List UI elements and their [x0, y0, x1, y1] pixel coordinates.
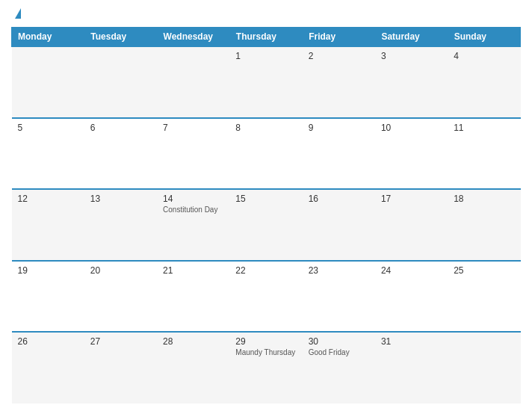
weekday-header: Thursday — [229, 28, 302, 47]
calendar-cell: 19 — [12, 261, 84, 333]
day-number: 14 — [163, 194, 223, 204]
calendar-cell: 30Good Friday — [303, 332, 375, 404]
day-number: 10 — [381, 123, 442, 133]
calendar-cell: 22 — [229, 261, 302, 333]
day-number: 16 — [309, 194, 369, 204]
calendar-table: MondayTuesdayWednesdayThursdayFridaySatu… — [11, 27, 521, 404]
calendar-cell: 4 — [448, 46, 520, 118]
weekday-header: Sunday — [448, 28, 520, 47]
day-number: 25 — [454, 265, 514, 276]
day-number: 8 — [235, 123, 296, 133]
calendar-cell: 21 — [157, 261, 229, 333]
calendar-cell: 20 — [84, 261, 157, 333]
calendar-cell: 8 — [229, 118, 302, 190]
calendar-event: Constitution Day — [163, 206, 223, 214]
day-number: 1 — [235, 51, 296, 61]
calendar-cell: 5 — [12, 118, 84, 190]
calendar-cell: 11 — [448, 118, 520, 190]
day-number: 6 — [90, 123, 151, 133]
weekday-header: Saturday — [375, 28, 448, 47]
calendar-cell: 18 — [448, 189, 520, 261]
calendar-cell: 9 — [303, 118, 375, 190]
calendar-week-row: 19202122232425 — [12, 261, 521, 333]
day-number: 24 — [381, 265, 442, 276]
calendar-cell: 26 — [12, 332, 84, 404]
calendar-cell: 27 — [84, 332, 157, 404]
day-number: 31 — [381, 336, 442, 347]
calendar-cell: 7 — [157, 118, 229, 190]
logo — [11, 7, 25, 21]
day-number: 7 — [163, 123, 223, 133]
calendar-cell: 2 — [303, 46, 375, 118]
calendar-cell: 13 — [84, 189, 157, 261]
day-number: 11 — [454, 123, 514, 133]
day-number: 3 — [381, 51, 442, 61]
calendar-event: Maundy Thursday — [235, 348, 296, 356]
calendar-cell: 1 — [229, 46, 302, 118]
day-number: 30 — [309, 336, 369, 347]
day-number: 26 — [18, 336, 78, 347]
day-number: 17 — [381, 194, 442, 204]
weekday-header: Wednesday — [157, 28, 229, 47]
day-number: 28 — [163, 336, 223, 347]
day-number: 12 — [18, 194, 78, 204]
calendar-cell — [12, 46, 84, 118]
calendar-week-row: 121314Constitution Day15161718 — [12, 189, 521, 261]
calendar-cell: 14Constitution Day — [157, 189, 229, 261]
page-header — [11, 7, 521, 21]
calendar-cell: 15 — [229, 189, 302, 261]
day-number: 29 — [235, 336, 296, 347]
calendar-cell: 24 — [375, 261, 448, 333]
weekday-header: Friday — [303, 28, 375, 47]
calendar-cell: 28 — [157, 332, 229, 404]
day-number: 2 — [309, 51, 369, 61]
day-number: 27 — [90, 336, 151, 347]
day-number: 5 — [18, 123, 78, 133]
day-number: 23 — [309, 265, 369, 276]
day-number: 22 — [235, 265, 296, 276]
day-number: 18 — [454, 194, 514, 204]
calendar-cell — [448, 332, 520, 404]
day-number: 20 — [90, 265, 151, 276]
weekday-header-row: MondayTuesdayWednesdayThursdayFridaySatu… — [12, 28, 521, 47]
calendar-cell: 10 — [375, 118, 448, 190]
calendar-cell: 25 — [448, 261, 520, 333]
calendar-week-row: 567891011 — [12, 118, 521, 190]
day-number: 19 — [18, 265, 78, 276]
calendar-week-row: 26272829Maundy Thursday30Good Friday31 — [12, 332, 521, 404]
logo-triangle-icon — [15, 8, 21, 19]
calendar-cell — [157, 46, 229, 118]
weekday-header: Monday — [12, 28, 84, 47]
calendar-week-row: 1234 — [12, 46, 521, 118]
calendar-event: Good Friday — [309, 348, 369, 356]
calendar-cell: 29Maundy Thursday — [229, 332, 302, 404]
calendar-cell: 31 — [375, 332, 448, 404]
day-number: 9 — [309, 123, 369, 133]
calendar-cell: 3 — [375, 46, 448, 118]
calendar-cell: 16 — [303, 189, 375, 261]
calendar-cell: 6 — [84, 118, 157, 190]
day-number: 4 — [454, 51, 514, 61]
day-number: 21 — [163, 265, 223, 276]
calendar-cell: 17 — [375, 189, 448, 261]
day-number: 13 — [90, 194, 151, 204]
weekday-header: Tuesday — [84, 28, 157, 47]
calendar-cell: 12 — [12, 189, 84, 261]
calendar-cell: 23 — [303, 261, 375, 333]
day-number: 15 — [235, 194, 296, 204]
calendar-cell — [84, 46, 157, 118]
